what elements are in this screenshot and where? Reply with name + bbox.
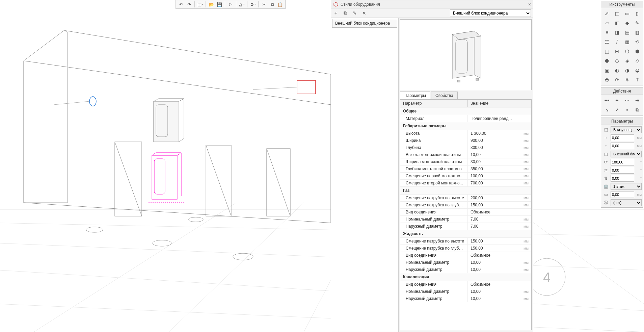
tool-button-4[interactable]: ▱: [602, 19, 612, 27]
cut-button[interactable]: ✂: [260, 1, 268, 8]
tool-button-6[interactable]: ◆: [622, 19, 632, 27]
param-row[interactable]: Ширина монтажной пластины30,00мм: [400, 158, 531, 165]
duplicate-button[interactable]: ⧉: [341, 8, 350, 18]
tool-button-0[interactable]: ⬀: [602, 9, 612, 18]
action-button-2[interactable]: ⋯: [622, 96, 632, 105]
tool-button-24[interactable]: ▣: [602, 66, 612, 75]
param-row[interactable]: Высота монтажной пластины10,00мм: [400, 151, 531, 158]
style-list-item[interactable]: Внешний блок кондиционера: [332, 19, 397, 28]
floor-number: 4: [543, 270, 551, 285]
param-row[interactable]: Номинальный диаметр10,00мм: [400, 259, 531, 266]
dx-input[interactable]: [611, 167, 634, 174]
tab-parameters[interactable]: Параметры: [400, 92, 430, 99]
style-dropdown[interactable]: Внешний блок кондиционера: [450, 9, 531, 17]
tool-button-19[interactable]: ⬢: [633, 47, 642, 56]
tool-button-12[interactable]: ☷: [602, 37, 612, 46]
param-row[interactable]: Смещение патрубка по высоте150,00мм: [400, 238, 531, 245]
z-input[interactable]: [611, 191, 634, 198]
paste-button[interactable]: 📋: [276, 1, 284, 8]
save-button[interactable]: 💾: [216, 1, 223, 8]
add-button[interactable]: ＋: [331, 8, 341, 18]
param-value: 7,00: [471, 224, 478, 229]
tool-button-26[interactable]: ◑: [622, 66, 632, 75]
param-row[interactable]: Смещение первой монтажно...100,00мм: [400, 173, 531, 180]
param-row[interactable]: Вид соединенияОбжимное: [400, 281, 531, 288]
tool-button-1[interactable]: ◫: [612, 9, 622, 18]
copy-button[interactable]: ⧉: [268, 1, 276, 8]
tool-button-9[interactable]: ◨: [612, 28, 622, 37]
redo-button[interactable]: ↷: [185, 1, 193, 8]
action-button-4[interactable]: ↘: [602, 105, 612, 114]
tool-button-17[interactable]: ⊞: [612, 47, 622, 56]
dy-input[interactable]: [611, 175, 634, 182]
action-button-0[interactable]: •••: [602, 96, 612, 105]
top-toolbar: ↶ ↷ ⬚ 📂 💾 ⤴ 🖨 ⚙ ✂ ⧉ 📋: [176, 0, 286, 9]
style-select[interactable]: Внешний блс: [611, 151, 642, 157]
action-button-3[interactable]: ⇥: [633, 96, 642, 105]
param-row[interactable]: Глубина монтажной пластины350,00мм: [400, 165, 531, 173]
param-row[interactable]: Номинальный диаметр10,00мм: [400, 288, 531, 295]
param-row[interactable]: Наружный диаметр7,00мм: [400, 223, 531, 230]
tab-properties[interactable]: Свойства: [431, 92, 458, 99]
param-row[interactable]: Номинальный диаметр7,00мм: [400, 216, 531, 223]
close-icon[interactable]: ×: [528, 2, 531, 7]
param-row[interactable]: Смещение патрубка по глубине150,00мм: [400, 202, 531, 209]
view-button[interactable]: ⬚: [196, 1, 204, 8]
mark-select[interactable]: (нет): [611, 199, 642, 206]
undo-button[interactable]: ↶: [177, 1, 185, 8]
params-title: Параметры: [601, 118, 643, 125]
action-button-1[interactable]: ✦: [612, 96, 622, 105]
param-row[interactable]: Смещение патрубка по высоте200,00мм: [400, 195, 531, 202]
tool-button-3[interactable]: ▯: [633, 9, 642, 18]
action-button-7[interactable]: ⧉: [633, 105, 642, 114]
tool-button-2[interactable]: ▭: [622, 9, 632, 18]
tool-button-20[interactable]: ⬣: [602, 56, 612, 65]
param-row[interactable]: Ширина900,00мм: [400, 137, 531, 144]
param-row[interactable]: Высота1 300,00мм: [400, 130, 531, 137]
tool-button-18[interactable]: ⬡: [622, 47, 632, 56]
angle-input[interactable]: [611, 159, 634, 165]
tool-button-23[interactable]: ◇: [633, 56, 642, 65]
param-row[interactable]: Наружный диаметр10,00мм: [400, 295, 531, 302]
settings-button[interactable]: ⚙: [249, 1, 257, 8]
tool-button-30[interactable]: ↯: [622, 75, 632, 84]
edit-button[interactable]: ✎: [350, 8, 359, 18]
tool-button-29[interactable]: ⟳: [612, 75, 622, 84]
param-row[interactable]: Смещение патрубка по глубине150,00мм: [400, 245, 531, 252]
viewport-3d[interactable]: 4: [0, 0, 644, 332]
action-button-6[interactable]: ▪: [622, 105, 632, 114]
param-row[interactable]: Вид соединенияОбжимное: [400, 209, 531, 216]
tool-button-28[interactable]: ◓: [602, 75, 612, 84]
print-button[interactable]: 🖨: [238, 1, 245, 8]
export-button[interactable]: ⤴: [227, 1, 234, 8]
tool-button-22[interactable]: ◈: [622, 56, 632, 65]
offset1-input[interactable]: [611, 134, 634, 141]
tool-button-15[interactable]: ⟲: [633, 37, 642, 46]
tool-button-14[interactable]: ▦: [622, 37, 632, 46]
floor-select[interactable]: 1 этаж: [611, 183, 642, 190]
param-row[interactable]: Вид соединенияОбжимное: [400, 252, 531, 259]
tool-button-5[interactable]: ◧: [612, 19, 622, 27]
param-row[interactable]: Смещение второй монтажно...700,00мм: [400, 180, 531, 187]
tool-button-10[interactable]: ▤: [622, 28, 632, 37]
offset2-input[interactable]: [611, 143, 634, 149]
tool-button-16[interactable]: ⬚: [602, 47, 612, 56]
tool-button-8[interactable]: ≡: [602, 28, 612, 37]
tool-button-11[interactable]: ▥: [633, 28, 642, 37]
tool-button-27[interactable]: ◒: [633, 66, 642, 75]
param-row[interactable]: Глубина300,00мм: [400, 144, 531, 151]
placement-select[interactable]: Внизу по ц: [611, 126, 642, 133]
tool-button-7[interactable]: ✎: [633, 19, 642, 27]
action-button-5[interactable]: ↗: [612, 105, 622, 114]
parameter-table[interactable]: Параметр Значение ОбщееМатериалПолипропи…: [400, 100, 532, 330]
tool-button-21[interactable]: ⬠: [612, 56, 622, 65]
param-row[interactable]: Наружный диаметр10,00мм: [400, 266, 531, 273]
delete-button[interactable]: ✕: [359, 8, 369, 18]
open-button[interactable]: 📂: [208, 1, 215, 8]
tool-button-13[interactable]: /: [612, 37, 622, 46]
tool-button-25[interactable]: ◐: [612, 66, 622, 75]
tool-button-31[interactable]: T: [633, 75, 642, 84]
svg-line-24: [154, 99, 159, 101]
svg-rect-38: [297, 80, 316, 94]
param-row[interactable]: МатериалПолипропилен ранд...: [400, 115, 531, 122]
